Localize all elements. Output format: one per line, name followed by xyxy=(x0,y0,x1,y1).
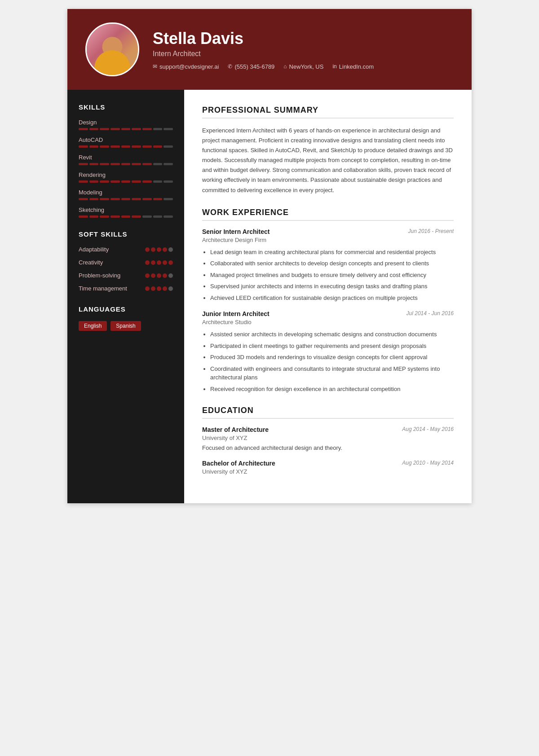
job-item: Senior Intern Architect Jun 2016 - Prese… xyxy=(202,228,454,303)
skill-dot xyxy=(145,273,150,278)
skill-dot xyxy=(163,247,167,252)
skill-dots xyxy=(145,273,173,278)
avatar-image xyxy=(87,24,138,75)
experience-section: WORK EXPERIENCE Senior Intern Architect … xyxy=(202,208,454,394)
education-item: Bachelor of Architecture Aug 2010 - May … xyxy=(202,460,454,475)
skill-dot xyxy=(145,260,150,265)
skill-segment xyxy=(110,128,120,130)
skill-segment xyxy=(79,163,88,165)
location-icon: ⌂ xyxy=(283,63,287,70)
job-header: Senior Intern Architect Jun 2016 - Prese… xyxy=(202,228,454,235)
bullet-item: Assisted senior architects in developing… xyxy=(210,330,454,339)
soft-skill-name: Adaptability xyxy=(79,246,141,254)
skill-dot xyxy=(157,247,161,252)
skill-segment xyxy=(121,215,131,218)
skill-segment xyxy=(100,198,109,200)
jobs-list: Senior Intern Architect Jun 2016 - Prese… xyxy=(202,228,454,394)
body-section: SKILLS Design AutoCAD Revit Rendering Mo… xyxy=(67,90,472,503)
edu-date: Aug 2014 - May 2016 xyxy=(402,426,454,432)
skill-segment xyxy=(153,128,163,130)
summary-title: PROFESSIONAL SUMMARY xyxy=(202,105,454,119)
skill-segment xyxy=(79,145,88,148)
skill-segment xyxy=(163,215,173,218)
skill-dot xyxy=(151,247,155,252)
skill-segment xyxy=(89,145,99,148)
skills-section: SKILLS Design AutoCAD Revit Rendering Mo… xyxy=(79,103,173,218)
bullet-item: Managed project timelines and budgets to… xyxy=(210,271,454,280)
skill-dot xyxy=(163,286,167,291)
soft-skills-section: SOFT SKILLS Adaptability Creativity Prob… xyxy=(79,230,173,293)
education-list: Master of Architecture Aug 2014 - May 20… xyxy=(202,426,454,475)
skill-segment xyxy=(132,215,141,218)
contact-linkedin: in LinkedIn.com xyxy=(332,63,374,70)
skill-segment xyxy=(153,215,163,218)
contact-location: ⌂ NewYork, US xyxy=(283,63,323,70)
skill-item: AutoCAD xyxy=(79,136,173,148)
skill-bar xyxy=(79,128,173,130)
skill-dot xyxy=(157,260,161,265)
skill-name: Sketching xyxy=(79,207,173,213)
skill-segment xyxy=(79,180,88,183)
soft-skill-name: Time management xyxy=(79,285,141,293)
header-section: Stella Davis Intern Architect ✉ support@… xyxy=(67,9,472,90)
soft-skill-item: Problem-solving xyxy=(79,272,173,280)
soft-skill-name: Creativity xyxy=(79,259,141,267)
skill-name: Rendering xyxy=(79,171,173,178)
skill-segment xyxy=(142,180,152,183)
skill-item: Revit xyxy=(79,154,173,165)
skill-name: Revit xyxy=(79,154,173,161)
skill-item: Rendering xyxy=(79,171,173,183)
bullet-item: Produced 3D models and renderings to vis… xyxy=(210,353,454,362)
bullet-item: Supervised junior architects and interns… xyxy=(210,282,454,291)
skill-segment xyxy=(89,180,99,183)
skill-segment xyxy=(110,180,120,183)
skill-segment xyxy=(110,198,120,200)
contact-list: ✉ support@cvdesigner.ai ✆ (555) 345-6789… xyxy=(153,63,454,70)
contact-phone: ✆ (555) 345-6789 xyxy=(228,63,274,70)
summary-text: Experienced Intern Architect with 6 year… xyxy=(202,126,454,195)
job-company: Architecture Design Firm xyxy=(202,237,454,243)
soft-skill-name: Problem-solving xyxy=(79,272,141,280)
skill-dot xyxy=(168,260,173,265)
skill-segment xyxy=(121,128,131,130)
job-title: Senior Intern Architect xyxy=(202,228,270,235)
skill-item: Modeling xyxy=(79,189,173,200)
education-title: EDUCATION xyxy=(202,406,454,419)
skill-name: Modeling xyxy=(79,189,173,196)
skill-segment xyxy=(79,198,88,200)
language-tags: EnglishSpanish xyxy=(79,321,173,331)
soft-skills-title: SOFT SKILLS xyxy=(79,230,173,238)
skill-segment xyxy=(79,215,88,218)
skill-segment xyxy=(132,180,141,183)
candidate-name: Stella Davis xyxy=(153,29,454,48)
skill-segment xyxy=(89,128,99,130)
job-date: Jun 2016 - Present xyxy=(408,228,454,234)
job-header: Junior Intern Architect Jul 2014 - Jun 2… xyxy=(202,310,454,317)
skill-dot xyxy=(151,273,155,278)
resume-container: Stella Davis Intern Architect ✉ support@… xyxy=(67,9,472,503)
job-date: Jul 2014 - Jun 2016 xyxy=(406,310,454,316)
skill-segment xyxy=(153,198,163,200)
job-bullets: Lead design team in creating architectur… xyxy=(202,248,454,303)
main-content: PROFESSIONAL SUMMARY Experienced Intern … xyxy=(184,90,472,503)
skill-segment xyxy=(132,145,141,148)
skill-segment xyxy=(153,163,163,165)
edu-degree: Bachelor of Architecture xyxy=(202,460,275,467)
skill-segment xyxy=(163,145,173,148)
skill-segment xyxy=(89,163,99,165)
skill-segment xyxy=(121,163,131,165)
experience-title: WORK EXPERIENCE xyxy=(202,208,454,221)
skill-dots xyxy=(145,286,173,291)
skill-segment xyxy=(153,145,163,148)
language-tag: Spanish xyxy=(110,321,141,331)
skill-segment xyxy=(132,128,141,130)
skill-dot xyxy=(145,247,150,252)
skill-dot xyxy=(157,286,161,291)
sidebar: SKILLS Design AutoCAD Revit Rendering Mo… xyxy=(67,90,184,503)
skill-bar xyxy=(79,163,173,165)
soft-skills-list: Adaptability Creativity Problem-solving … xyxy=(79,246,173,293)
skill-dot xyxy=(168,273,173,278)
education-item: Master of Architecture Aug 2014 - May 20… xyxy=(202,426,454,453)
skill-segment xyxy=(163,180,173,183)
skill-dots xyxy=(145,260,173,265)
